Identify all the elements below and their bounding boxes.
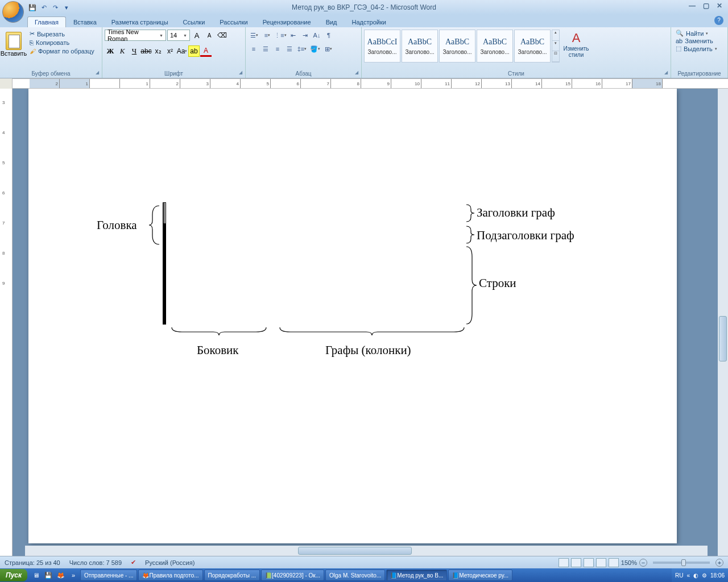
increase-indent-button[interactable]: ⇥ bbox=[299, 30, 311, 41]
zoom-slider[interactable] bbox=[653, 562, 710, 564]
borders-button[interactable]: ⊞▾ bbox=[322, 43, 334, 55]
ql-save-icon[interactable]: 💾 bbox=[43, 569, 54, 581]
replace-button[interactable]: abЗаменить bbox=[676, 38, 723, 44]
tab-mailings[interactable]: Рассылки bbox=[212, 16, 255, 27]
bold-button[interactable]: Ж bbox=[105, 45, 116, 57]
document-viewport[interactable]: Головка Заголовки граф Подзаголовки граф… bbox=[13, 89, 718, 556]
proofing-icon[interactable]: ✔ bbox=[131, 559, 136, 566]
bullets-button[interactable]: ☰▾ bbox=[248, 30, 260, 41]
task-item-1[interactable]: Отправленные - ... bbox=[80, 569, 137, 581]
help-button[interactable]: ? bbox=[714, 16, 723, 25]
minimize-button[interactable]: — bbox=[686, 1, 698, 10]
zoom-in-button[interactable]: + bbox=[715, 559, 723, 567]
task-item-7[interactable]: 📘Методическое ру... bbox=[448, 569, 512, 581]
status-language[interactable]: Русский (Россия) bbox=[145, 559, 195, 566]
maximize-button[interactable]: ▢ bbox=[700, 1, 712, 10]
style-item-4[interactable]: AaBbCЗаголово... bbox=[477, 30, 513, 63]
align-left-button[interactable]: ≡ bbox=[248, 43, 259, 55]
tray-icon-1[interactable]: ◐ bbox=[693, 572, 698, 579]
align-right-button[interactable]: ≡ bbox=[272, 43, 283, 55]
find-button[interactable]: 🔍Найти▾ bbox=[676, 30, 723, 37]
web-view[interactable] bbox=[584, 558, 594, 567]
tray-icon-2[interactable]: ⚙ bbox=[702, 572, 707, 579]
sort-button[interactable]: A↓ bbox=[311, 30, 322, 41]
select-button[interactable]: ⬚Выделить▾ bbox=[676, 45, 723, 52]
paste-button[interactable]: Вставить bbox=[2, 30, 25, 57]
line-spacing-button[interactable]: ‡≡▾ bbox=[296, 43, 308, 55]
close-button[interactable]: ✕ bbox=[713, 1, 726, 10]
grow-font-button[interactable]: A bbox=[191, 30, 202, 41]
save-icon[interactable]: 💾 bbox=[27, 2, 38, 13]
zoom-value[interactable]: 150% bbox=[621, 559, 637, 566]
task-item-5[interactable]: Olga M. Starovoito... bbox=[325, 569, 385, 581]
subscript-button[interactable]: x₂ bbox=[152, 45, 164, 57]
tab-insert[interactable]: Вставка bbox=[66, 16, 104, 27]
vscroll-thumb[interactable] bbox=[719, 316, 727, 361]
horizontal-scrollbar[interactable] bbox=[25, 546, 708, 556]
task-item-3[interactable]: Порядокработы ... bbox=[204, 569, 260, 581]
outline-view[interactable] bbox=[596, 558, 606, 567]
cut-button[interactable]: ✂Вырезать bbox=[27, 30, 97, 38]
font-launcher[interactable]: ◢ bbox=[237, 70, 244, 77]
task-item-4[interactable]: 📗[402909223] - Ок... bbox=[261, 569, 324, 581]
vertical-ruler[interactable]: 3 4 5 6 7 8 9 bbox=[0, 89, 13, 556]
paragraph-launcher[interactable]: ◢ bbox=[353, 70, 360, 77]
font-name-dropdown[interactable]: Times New Roman▼ bbox=[105, 30, 166, 41]
multilevel-button[interactable]: ⋮≡▾ bbox=[274, 30, 287, 41]
font-size-dropdown[interactable]: 14▼ bbox=[167, 30, 190, 41]
tab-view[interactable]: Вид bbox=[318, 16, 345, 27]
clear-format-button[interactable]: ⌫ bbox=[216, 30, 228, 41]
align-center-button[interactable]: ☰ bbox=[260, 43, 271, 55]
tray-clock[interactable]: 18:06 bbox=[710, 572, 725, 579]
horizontal-ruler[interactable]: 21 123456789101112131415161718 bbox=[13, 78, 728, 89]
font-color-button[interactable]: A bbox=[200, 45, 212, 57]
undo-icon[interactable]: ↶ bbox=[39, 2, 49, 13]
style-item-5[interactable]: AaBbCЗаголово... bbox=[514, 30, 551, 63]
strike-button[interactable]: abc bbox=[140, 45, 152, 57]
tab-home[interactable]: Главная bbox=[27, 16, 66, 27]
ql-firefox-icon[interactable]: 🦊 bbox=[55, 569, 67, 581]
tab-addins[interactable]: Надстройки bbox=[345, 16, 394, 27]
fullscreen-view[interactable] bbox=[571, 558, 581, 567]
styles-scroll[interactable]: ▴▾⊟ bbox=[552, 30, 560, 63]
status-words[interactable]: Число слов: 7 589 bbox=[69, 559, 122, 566]
hscroll-thumb[interactable] bbox=[298, 547, 412, 555]
zoom-out-button[interactable]: − bbox=[639, 559, 647, 567]
task-item-6-active[interactable]: 📘Метод рук_во В... bbox=[386, 569, 447, 581]
shrink-font-button[interactable]: A bbox=[204, 30, 215, 41]
task-item-2[interactable]: 🦊Правила подгото... bbox=[138, 569, 202, 581]
tray-expand-icon[interactable]: « bbox=[686, 572, 690, 579]
print-layout-view[interactable] bbox=[559, 558, 569, 567]
tab-review[interactable]: Рецензирование bbox=[255, 16, 318, 27]
vertical-scrollbar[interactable] bbox=[718, 89, 728, 556]
start-button[interactable]: Пуск bbox=[0, 569, 27, 581]
tab-layout[interactable]: Разметка страницы bbox=[104, 16, 176, 27]
redo-icon[interactable]: ↷ bbox=[50, 2, 60, 13]
italic-button[interactable]: К bbox=[117, 45, 128, 57]
shading-button[interactable]: 🪣▾ bbox=[309, 43, 321, 55]
show-paragraph-button[interactable]: ¶ bbox=[323, 30, 334, 41]
office-button[interactable] bbox=[2, 1, 24, 23]
style-item-3[interactable]: AaBbCЗаголово... bbox=[439, 30, 475, 63]
ql-more-icon[interactable]: » bbox=[68, 569, 79, 581]
highlight-button[interactable]: ab bbox=[188, 45, 200, 57]
styles-launcher[interactable]: ◢ bbox=[663, 70, 669, 77]
decrease-indent-button[interactable]: ⇤ bbox=[287, 30, 299, 41]
superscript-button[interactable]: x² bbox=[164, 45, 176, 57]
copy-button[interactable]: ⎘Копировать bbox=[27, 39, 97, 47]
numbering-button[interactable]: ≡▾ bbox=[261, 30, 274, 41]
status-page[interactable]: Страница: 25 из 40 bbox=[5, 559, 60, 566]
tray-language[interactable]: RU bbox=[675, 572, 683, 579]
underline-button[interactable]: Ч bbox=[129, 45, 140, 57]
draft-view[interactable] bbox=[609, 558, 619, 567]
clipboard-launcher[interactable]: ◢ bbox=[94, 70, 101, 77]
change-styles-button[interactable]: A Изменить стили bbox=[562, 30, 590, 58]
tab-references[interactable]: Ссылки bbox=[176, 16, 213, 27]
ql-desktop-icon[interactable]: 🖥 bbox=[30, 569, 42, 581]
style-item-2[interactable]: AaBbCЗаголово... bbox=[402, 30, 438, 63]
change-case-button[interactable]: Aa▾ bbox=[176, 45, 188, 57]
qat-customize-icon[interactable]: ▾ bbox=[61, 2, 72, 13]
format-painter-button[interactable]: 🖌Формат по образцу bbox=[27, 47, 97, 55]
justify-button[interactable]: ☰ bbox=[284, 43, 295, 55]
style-item-1[interactable]: AaBbCcIЗаголово... bbox=[364, 30, 400, 63]
